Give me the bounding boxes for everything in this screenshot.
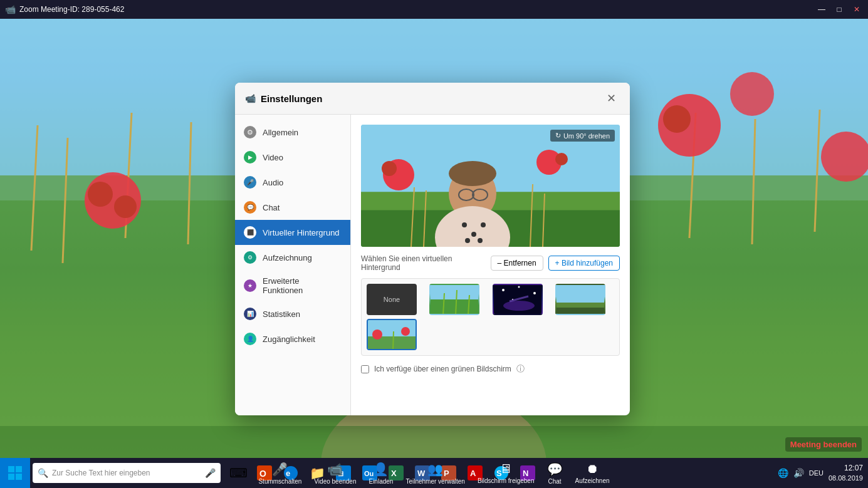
bg-thumbnails: None	[361, 278, 620, 356]
participants-icon: 👥	[427, 462, 443, 477]
svg-point-35	[462, 222, 467, 227]
settings-content: ↻ Um 90° drehen Wählen Sie einen virtuel…	[351, 115, 630, 415]
settings-sidebar: ⚙ Allgemein ▶ Video 🎤 Audio 💬 Chat ⬛ Vir…	[235, 115, 351, 415]
recording-icon: ⚙	[244, 251, 256, 264]
mute-label: Stummschalten	[258, 478, 301, 485]
green-screen-row: Ich verfüge über einen grünen Bildschirm…	[361, 363, 620, 375]
network-icon: 🌐	[778, 468, 788, 478]
volume-icon: 🔊	[793, 468, 804, 478]
zoom-icon: 📹	[5, 4, 16, 14]
search-placeholder: Zur Suche Text hier eingeben	[52, 469, 150, 477]
sidebar-item-chat[interactable]: 💬 Chat	[235, 195, 350, 220]
svg-point-11	[114, 195, 137, 218]
bg-thumb-poppy[interactable]	[367, 319, 417, 350]
remove-bg-button[interactable]: – Entfernen	[491, 256, 543, 271]
sidebar-item-statistiken[interactable]: 📊 Statistiken	[235, 301, 350, 326]
search-icon: 🔍	[38, 468, 48, 478]
video-stop-button[interactable]: 📹 Video beenden	[314, 462, 356, 485]
video-icon: ▶	[244, 151, 256, 164]
record-label: Aufzeichnen	[575, 477, 610, 484]
svg-point-36	[471, 232, 476, 237]
record-button[interactable]: ⏺ Aufzeichnen	[575, 462, 610, 484]
participants-button[interactable]: 👥 Teilnehmer verwalten	[405, 462, 465, 485]
share-screen-button[interactable]: 🖥 Bildschirm freigeben	[478, 462, 535, 484]
green-screen-help-icon: ⓘ	[516, 363, 525, 375]
sidebar-item-erweiterte-funktionen[interactable]: ★ Erweiterte Funktionen	[235, 270, 350, 301]
svg-point-48	[533, 292, 536, 294]
accessibility-icon: 👤	[244, 333, 256, 345]
bg-label: Wählen Sie einen virtuellen Hintergrund	[361, 254, 486, 272]
minimize-button[interactable]: —	[815, 3, 828, 16]
green-screen-checkbox[interactable]	[361, 365, 369, 373]
chat-icon: 💬	[244, 201, 256, 214]
maximize-button[interactable]: □	[833, 3, 845, 16]
settings-header: 📹 Einstellungen ✕	[235, 83, 630, 115]
mute-button[interactable]: 🎤 Stummschalten	[258, 462, 301, 485]
sidebar-item-virtueller-hintergrund[interactable]: ⬛ Virtueller Hintergrund	[235, 220, 350, 245]
bg-controls: Wählen Sie einen virtuellen Hintergrund …	[361, 254, 620, 272]
svg-point-39	[478, 238, 483, 243]
chat-label: Chat	[548, 478, 561, 485]
svg-line-59	[393, 331, 394, 350]
rotate-icon: ↻	[555, 132, 561, 140]
stats-icon: 📊	[244, 308, 256, 320]
close-button[interactable]: ✕	[850, 3, 863, 16]
sidebar-item-allgemein[interactable]: ⚙ Allgemein	[235, 120, 350, 145]
virtual-bg-icon: ⬛	[244, 226, 256, 239]
svg-point-14	[730, 72, 774, 116]
bg-thumb-space[interactable]	[493, 284, 543, 315]
end-meeting-button[interactable]: Meeting beenden	[785, 437, 862, 452]
mute-icon: 🎤	[272, 462, 288, 477]
settings-dialog: 📹 Einstellungen ✕ ⚙ Allgemein ▶ Video 🎤 …	[235, 83, 630, 415]
advanced-icon: ★	[244, 279, 256, 292]
svg-point-22	[382, 161, 397, 176]
start-button[interactable]	[0, 458, 30, 488]
allgemein-icon: ⚙	[244, 126, 256, 138]
svg-point-57	[372, 330, 382, 340]
title-bar: 📹 Zoom Meeting-ID: 289-055-462 — □ ✕	[0, 0, 868, 19]
invite-button[interactable]: 👤 Einladen	[369, 462, 393, 485]
svg-point-13	[663, 105, 691, 133]
settings-close-button[interactable]: ✕	[603, 90, 620, 106]
chat-button[interactable]: 💬 Chat	[547, 462, 563, 485]
svg-point-58	[401, 327, 410, 336]
taskbar-search[interactable]: 🔍 Zur Suche Text hier eingeben 🎤	[33, 463, 221, 483]
participants-label: Teilnehmer verwalten	[405, 478, 465, 485]
taskbar: 🔍 Zur Suche Text hier eingeben 🎤 ⌨ O e 📁	[0, 458, 868, 488]
svg-point-24	[555, 153, 568, 165]
system-tray: 🌐 🔊 DEU 12:07 08.08.2019	[778, 464, 868, 482]
video-stop-icon: 📹	[327, 462, 343, 477]
title-bar-controls: — □ ✕	[815, 3, 863, 16]
svg-point-10	[88, 182, 113, 207]
video-preview: ↻ Um 90° drehen	[361, 125, 620, 247]
audio-icon: 🎤	[244, 176, 256, 189]
svg-rect-40	[431, 284, 478, 299]
svg-point-47	[518, 286, 520, 288]
record-icon: ⏺	[586, 462, 599, 476]
video-stop-label: Video beenden	[314, 478, 356, 485]
share-label: Bildschirm freigeben	[478, 477, 535, 484]
invite-icon: 👤	[373, 462, 389, 477]
settings-body: ⚙ Allgemein ▶ Video 🎤 Audio 💬 Chat ⬛ Vir…	[235, 115, 630, 415]
bg-thumb-grass[interactable]	[429, 284, 479, 315]
sidebar-item-zuganglichkeit[interactable]: 👤 Zugänglichkeit	[235, 326, 350, 351]
settings-title: Einstellungen	[261, 93, 603, 104]
svg-point-33	[449, 161, 496, 186]
chat-icon: 💬	[547, 462, 563, 477]
svg-point-37	[481, 222, 486, 227]
sidebar-item-video[interactable]: ▶ Video	[235, 145, 350, 170]
svg-rect-41	[431, 299, 478, 315]
add-bg-button[interactable]: + Bild hinzufügen	[548, 256, 620, 271]
share-icon: 🖥	[499, 462, 512, 476]
bg-thumb-landscape[interactable]	[555, 284, 605, 315]
cortana-icon: ⌨	[229, 465, 248, 480]
lang-indicator: DEU	[809, 469, 824, 477]
sidebar-item-aufzeichnung[interactable]: ⚙ Aufzeichnung	[235, 245, 350, 270]
taskbar-app-cortana[interactable]: ⌨	[226, 460, 251, 485]
settings-zoom-icon: 📹	[245, 93, 256, 103]
rotate-button[interactable]: ↻ Um 90° drehen	[550, 130, 615, 142]
bg-thumb-none[interactable]: None	[367, 284, 417, 315]
green-screen-label: Ich verfüge über einen grünen Bildschirm	[374, 365, 511, 373]
sidebar-item-audio[interactable]: 🎤 Audio	[235, 170, 350, 195]
clock: 12:07 08.08.2019	[829, 464, 863, 482]
